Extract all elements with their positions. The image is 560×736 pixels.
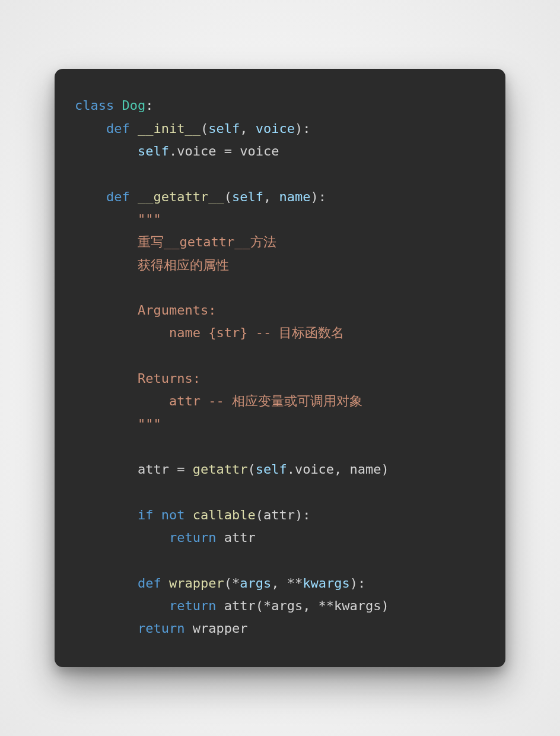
- code-token: self: [232, 189, 263, 204]
- code-token: ):: [350, 576, 366, 591]
- code-token: [75, 371, 138, 386]
- code-token: [75, 325, 169, 340]
- code-token: ,: [263, 189, 279, 204]
- code-token: name {str} -- 目标函数名: [169, 325, 344, 340]
- code-token: [161, 576, 169, 591]
- code-token: (: [247, 462, 255, 477]
- code-token: (: [224, 189, 232, 204]
- code-token: :: [145, 98, 153, 113]
- code-token: voice: [256, 121, 295, 136]
- code-token: , **: [271, 576, 303, 591]
- code-token: [75, 417, 138, 432]
- code-token: return: [169, 598, 216, 613]
- code-token: """: [138, 417, 161, 432]
- code-token: [75, 212, 138, 227]
- code-token: def: [138, 576, 161, 591]
- code-token: self: [138, 144, 169, 158]
- code-token: 重写__getattr__方法: [138, 234, 276, 249]
- code-token: """: [138, 212, 161, 227]
- code-token: if: [138, 507, 154, 522]
- code-token: wrapper: [169, 576, 224, 591]
- code-token: .voice, name): [287, 462, 389, 477]
- code-token: [75, 258, 138, 272]
- code-token: ):: [310, 189, 326, 204]
- code-token: attr -- 相应变量或可调用对象: [169, 394, 362, 408]
- code-token: [75, 507, 138, 522]
- code-token: [75, 530, 169, 545]
- code-token: return: [169, 530, 216, 545]
- code-token: [75, 234, 138, 249]
- code-token: callable: [193, 507, 256, 522]
- code-token: ,: [240, 121, 256, 136]
- code-token: [75, 394, 169, 408]
- code-token: Arguments:: [138, 303, 216, 318]
- code-token: name: [279, 189, 310, 204]
- code-token: [153, 507, 161, 522]
- code-token: class: [75, 98, 114, 113]
- code-token: def: [106, 189, 130, 204]
- code-content: class Dog: def __init__(self, voice): se…: [75, 98, 389, 636]
- code-token: getattr: [193, 462, 248, 477]
- code-token: self: [256, 462, 287, 477]
- code-token: wrapper: [184, 621, 247, 636]
- code-token: [130, 189, 138, 204]
- code-token: (*: [224, 576, 240, 591]
- code-token: __getattr__: [138, 189, 224, 204]
- code-token: def: [106, 121, 130, 136]
- code-token: [75, 189, 106, 204]
- code-token: self: [208, 121, 240, 136]
- code-token: [75, 576, 138, 591]
- code-token: [75, 303, 138, 318]
- code-token: [130, 121, 138, 136]
- code-token: .voice = voice: [169, 144, 279, 158]
- code-token: [75, 598, 169, 613]
- code-token: (: [201, 121, 208, 136]
- code-token: [75, 121, 106, 136]
- code-token: attr: [216, 530, 255, 545]
- code-token: kwargs: [303, 576, 349, 591]
- code-token: args: [240, 576, 271, 591]
- code-token: [75, 621, 138, 636]
- code-token: attr(*args, **kwargs): [216, 598, 389, 613]
- code-token: Returns:: [138, 371, 201, 386]
- code-card: class Dog: def __init__(self, voice): se…: [55, 69, 505, 667]
- code-token: [75, 144, 138, 158]
- code-token: 获得相应的属性: [138, 258, 229, 272]
- code-token: [184, 507, 192, 522]
- code-token: attr =: [75, 462, 193, 477]
- code-token: Dog: [122, 98, 145, 113]
- code-block: class Dog: def __init__(self, voice): se…: [75, 95, 485, 640]
- code-token: not: [161, 507, 185, 522]
- code-token: ):: [295, 121, 311, 136]
- code-token: return: [138, 621, 184, 636]
- code-token: [114, 98, 122, 113]
- code-token: __init__: [138, 121, 201, 136]
- code-token: (attr):: [256, 507, 311, 522]
